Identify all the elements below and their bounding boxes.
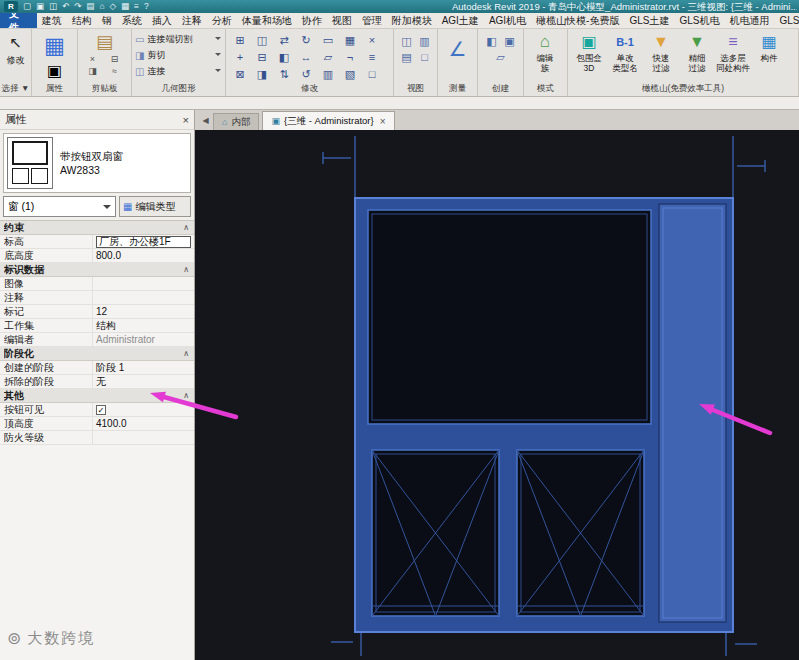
prop-group-phasing[interactable]: 阶段化 ∧ [0,347,194,361]
ribbon-tab[interactable]: 附加模块 [387,13,437,28]
modify-tool-icon[interactable]: □ [361,66,383,83]
ribbon-tab[interactable]: GLS风 [774,13,799,28]
modify-tool-icon[interactable]: ◨ [251,66,273,83]
modify-tool-icon[interactable]: ⊟ [251,49,273,66]
file-menu-button[interactable]: 文件 [0,13,37,28]
gls-tool-button[interactable]: ▣ 包围盒 3D [571,31,607,73]
prop-group-constraints[interactable]: 约束 ∧ [0,221,194,235]
ribbon-tab[interactable]: 注释 [177,13,207,28]
prop-group-other[interactable]: 其他 ∧ [0,389,194,403]
qat-icon[interactable]: ◫ [49,0,57,13]
modify-tool-icon[interactable]: ↻ [295,32,317,49]
modify-tool-icon[interactable]: ↔ [295,49,317,66]
mark-value[interactable]: 12 [92,305,194,318]
modify-tool-icon[interactable]: ◧ [273,49,295,66]
view-tab-active[interactable]: ▣ {三维 - Administrator} × [262,111,394,130]
measure-icon[interactable]: ∠ [441,31,474,61]
ribbon-tab[interactable]: 分析 [207,13,237,28]
gls-tool-button[interactable]: B-1 单改 类型名 [607,31,643,73]
level-value-field[interactable]: 厂房、办公楼1F [96,236,191,248]
geometry-tool-button[interactable]: ◨ 剪切 [135,47,222,63]
ribbon-tab[interactable]: GLS机电 [674,13,724,28]
type-preview[interactable]: 带按钮双扇窗 AW2833 [3,133,191,193]
ribbon-tab[interactable]: 建筑 [37,13,67,28]
modify-tool-icon[interactable]: ⇅ [273,66,295,83]
view-tab-inactive[interactable]: ⌂ 内部 [213,113,259,130]
clipboard-icon[interactable]: × [82,54,104,66]
gls-tool-button[interactable]: ▦ 构件 [751,31,787,73]
gls-tool-button[interactable]: ▼ 快速 过滤 [643,31,679,73]
modify-tool-icon[interactable]: ≡ [361,49,383,66]
qat-icon[interactable]: ▣ [36,0,44,13]
modify-tool-icon[interactable]: + [229,49,251,66]
qat-icon[interactable]: ? [144,0,149,13]
ribbon-tab[interactable]: AGI土建 [437,13,484,28]
ribbon-tab[interactable]: 协作 [297,13,327,28]
right-side-panel[interactable] [659,204,726,622]
qat-icon[interactable]: ↶ [62,0,69,13]
gls-tool-button[interactable]: ▼ 精细 过滤 [679,31,715,73]
tab-scroll-back-icon[interactable]: ◀ [198,112,213,130]
view-tool-icon[interactable]: ◫ [398,35,416,51]
casement-right[interactable] [517,450,644,616]
phase-created-value[interactable]: 阶段 1 [92,361,194,374]
modify-tool-icon[interactable]: ⊞ [229,32,251,49]
model-viewport[interactable] [195,130,799,660]
clipboard-icon[interactable]: ◨ [82,66,104,78]
view-tool-icon[interactable]: □ [416,51,434,67]
qat-icon[interactable]: ↷ [74,0,81,13]
ribbon-tab[interactable]: 系统 [117,13,147,28]
modify-tool-icon[interactable]: ▱ [317,49,339,66]
geometry-tool-button[interactable]: ▭ 连接端切割 [135,31,222,47]
clipboard-icon[interactable]: ≈ [104,66,126,78]
geometry-tool-button[interactable]: ◫ 连接 [135,63,222,79]
clipboard-icon[interactable]: ⊟ [104,54,126,66]
modify-tool-icon[interactable]: ▧ [339,66,361,83]
qat-icon[interactable]: ⌂ [99,0,104,13]
phase-demolished-value[interactable]: 无 [92,375,194,388]
ribbon-tab[interactable]: 橄榄山快模-免费版 [531,13,624,28]
workset-value[interactable]: 结构 [92,319,194,332]
qat-icon[interactable]: ▦ [121,0,129,13]
modify-tool-icon[interactable]: ⊠ [229,66,251,83]
window-element[interactable] [355,198,733,632]
ribbon-tab[interactable]: 结构 [67,13,97,28]
gls-tool-button[interactable]: ≡ 选多层 同处构件 [715,31,751,73]
modify-tool-icon[interactable]: ⇄ [273,32,295,49]
close-icon[interactable]: × [380,116,386,127]
qat-icon[interactable]: ▢ [23,0,31,13]
create-tool-icon[interactable]: ▱ [492,51,510,67]
ribbon-tab[interactable]: 视图 [327,13,357,28]
ribbon-tab[interactable]: 管理 [357,13,387,28]
modify-tool-icon[interactable]: ¬ [339,49,361,66]
paste-icon[interactable]: ▤ [81,31,128,53]
modify-tool-icon[interactable]: ▥ [317,66,339,83]
button-visible-checkbox[interactable]: ✓ [96,405,106,415]
modify-tool-icon[interactable]: ↺ [295,66,317,83]
view-tool-icon[interactable]: ▥ [416,35,434,51]
type-selector-dropdown[interactable]: 窗 (1) [3,196,116,217]
edit-type-button[interactable]: ▦ 编辑类型 [119,196,191,217]
qat-icon[interactable]: ≡ [134,0,139,13]
close-icon[interactable]: × [183,114,189,126]
modify-tool-icon[interactable]: ▦ [339,32,361,49]
ribbon-tab[interactable]: AGI机电 [484,13,531,28]
prop-group-identity[interactable]: 标识数据 ∧ [0,263,194,277]
ribbon-tab[interactable]: 插入 [147,13,177,28]
casement-left[interactable] [372,450,499,616]
create-tool-icon[interactable]: ▣ [501,35,519,51]
top-glass-panel[interactable] [368,210,651,424]
edit-family-button[interactable]: ⌂ 编辑 族 [527,31,563,73]
group-label-select[interactable]: 选择 ▼ [0,83,31,95]
ribbon-tab[interactable]: 体量和场地 [237,13,297,28]
modify-tool-icon[interactable]: ▭ [317,32,339,49]
view-tool-icon[interactable]: ▤ [398,51,416,67]
qat-icon[interactable]: ◇ [110,0,117,13]
sill-height-value[interactable]: 800.0 [92,249,194,262]
ribbon-tab[interactable]: 机电通用 [724,13,774,28]
qat-icon[interactable]: ▤ [86,0,94,13]
properties-palette-icon[interactable]: ▦ [44,33,65,58]
modify-tool-icon[interactable]: ◫ [251,32,273,49]
ribbon-tab[interactable]: 钢 [97,13,117,28]
create-tool-icon[interactable]: ◧ [483,35,501,51]
